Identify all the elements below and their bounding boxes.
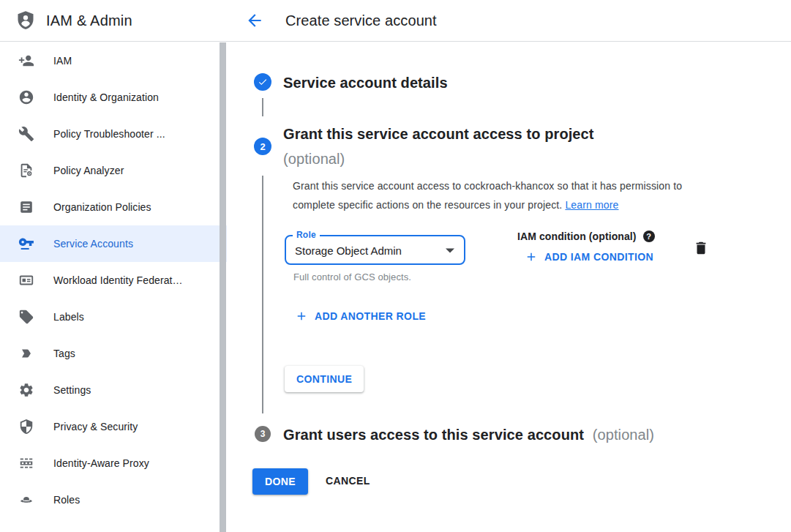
back-button[interactable] xyxy=(245,11,264,30)
sidebar-item-identity-organization[interactable]: Identity & Organization xyxy=(0,79,227,116)
add-iam-condition-button[interactable]: ADD IAM CONDITION xyxy=(525,250,653,263)
delete-role-button[interactable] xyxy=(693,239,711,257)
sidebar-item-label: Roles xyxy=(53,494,80,506)
gear-icon xyxy=(18,381,35,399)
plus-icon xyxy=(295,310,308,323)
done-button[interactable]: DONE xyxy=(252,468,308,495)
step2-number: 2 xyxy=(260,141,265,152)
sidebar-item-identity-aware-proxy[interactable]: Identity-Aware Proxy xyxy=(0,445,227,482)
id-card-icon xyxy=(18,271,35,289)
sidebar-item-roles[interactable]: Roles xyxy=(0,482,227,518)
sidebar-item-label: Labels xyxy=(53,311,84,323)
app-header: IAM & Admin Create service account xyxy=(0,0,791,42)
article-icon xyxy=(18,198,35,216)
account-circle-icon xyxy=(18,89,35,106)
sidebar-item-label: Identity-Aware Proxy xyxy=(53,457,149,469)
hat-icon xyxy=(18,491,35,509)
page-title: Create service account xyxy=(285,12,437,29)
iam-shield-icon xyxy=(15,10,36,31)
sidebar-item-label: Service Accounts xyxy=(53,238,133,250)
person-add-icon xyxy=(18,52,35,70)
service-account-key-icon xyxy=(18,235,35,252)
step1-check-circle xyxy=(254,73,271,91)
sidebar-item-label: IAM xyxy=(53,55,72,67)
step-connector-long xyxy=(262,176,263,413)
sidebar-item-labels[interactable]: Labels xyxy=(0,299,227,335)
continue-button[interactable]: CONTINUE xyxy=(285,366,364,392)
iam-condition-label: IAM condition (optional) xyxy=(517,231,637,242)
role-selected-value: Storage Object Admin xyxy=(295,244,402,256)
sidebar-item-iam[interactable]: IAM xyxy=(0,42,227,79)
sidebar-item-policy-troubleshooter[interactable]: Policy Troubleshooter ... xyxy=(0,116,227,152)
role-select[interactable]: Role Storage Object Admin xyxy=(285,235,465,265)
step3-optional-label: (optional) xyxy=(593,427,654,443)
sidebar-item-policy-analyzer[interactable]: Policy Analyzer xyxy=(0,152,227,189)
plus-icon xyxy=(525,250,538,263)
step-connector-short xyxy=(262,98,263,116)
trash-icon xyxy=(693,240,711,256)
sidebar-item-service-accounts[interactable]: Service Accounts xyxy=(0,225,227,262)
shield-icon xyxy=(18,418,35,435)
step2-number-circle: 2 xyxy=(254,138,271,155)
page-header: Create service account xyxy=(227,0,791,41)
product-header: IAM & Admin xyxy=(0,0,227,41)
sidebar-item-label: Tags xyxy=(53,348,75,359)
dropdown-arrow-icon xyxy=(446,248,454,252)
create-service-account-form: Service account details 2 Grant this ser… xyxy=(228,42,791,532)
step2-title: Grant this service account access to pro… xyxy=(283,121,678,171)
arrow-back-icon xyxy=(245,21,264,32)
add-another-role-button[interactable]: ADD ANOTHER ROLE xyxy=(295,310,426,323)
tag-arrow-icon xyxy=(18,345,35,362)
step2-optional-label: (optional) xyxy=(283,146,678,171)
step2-description: Grant this service account access to coc… xyxy=(293,176,723,214)
sidebar-item-label: Organization Policies xyxy=(53,201,151,213)
sidebar-item-organization-policies[interactable]: Organization Policies xyxy=(0,189,227,225)
iam-condition-header: IAM condition (optional) ? xyxy=(517,231,655,242)
step3-number: 3 xyxy=(260,429,266,439)
step3-title: Grant users access to this service accou… xyxy=(283,422,654,447)
sidebar-item-label: Policy Troubleshooter ... xyxy=(53,128,165,140)
sidebar-item-label: Privacy & Security xyxy=(53,421,138,432)
sidebar-item-settings[interactable]: Settings xyxy=(0,372,227,408)
sidebar-item-label: Settings xyxy=(53,384,91,396)
learn-more-link[interactable]: Learn more xyxy=(565,199,618,211)
sidebar-item-label: Policy Analyzer xyxy=(53,165,124,176)
sidebar-item-label: Identity & Organization xyxy=(53,91,159,103)
role-field-label: Role xyxy=(293,230,320,240)
role-helper-text: Full control of GCS objects. xyxy=(293,271,411,282)
check-icon xyxy=(258,77,268,87)
sidebar-nav: IAM Identity & Organization Policy Troub… xyxy=(0,42,227,532)
help-icon[interactable]: ? xyxy=(643,231,655,242)
label-tag-icon xyxy=(18,308,35,326)
step3-number-circle: 3 xyxy=(255,426,271,442)
document-search-icon xyxy=(18,162,35,179)
sidebar-scrollbar[interactable] xyxy=(220,42,226,532)
proxy-filmstrip-icon xyxy=(18,454,35,472)
wrench-icon xyxy=(18,125,35,143)
sidebar-item-label: Workload Identity Federat… xyxy=(53,274,183,286)
app-title: IAM & Admin xyxy=(46,12,132,29)
step1-title: Service account details xyxy=(283,70,448,95)
cancel-button[interactable]: CANCEL xyxy=(326,475,370,487)
sidebar-item-privacy-security[interactable]: Privacy & Security xyxy=(0,408,227,445)
sidebar-item-tags[interactable]: Tags xyxy=(0,335,227,372)
sidebar-item-workload-identity-federation[interactable]: Workload Identity Federat… xyxy=(0,262,227,299)
